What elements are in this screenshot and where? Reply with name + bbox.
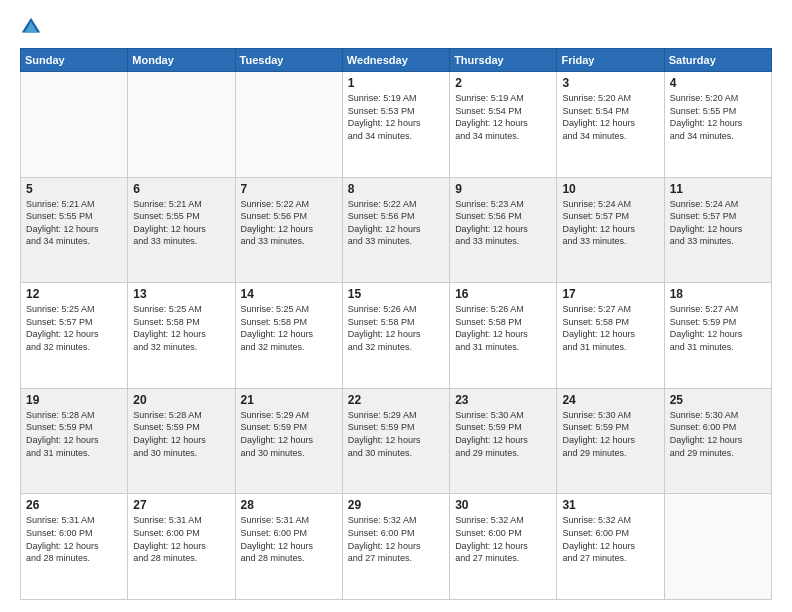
day-number: 26 [26, 498, 122, 512]
day-info: Sunrise: 5:27 AM Sunset: 5:58 PM Dayligh… [562, 303, 658, 353]
calendar-cell: 2Sunrise: 5:19 AM Sunset: 5:54 PM Daylig… [450, 72, 557, 178]
day-info: Sunrise: 5:26 AM Sunset: 5:58 PM Dayligh… [348, 303, 444, 353]
day-info: Sunrise: 5:28 AM Sunset: 5:59 PM Dayligh… [26, 409, 122, 459]
day-number: 31 [562, 498, 658, 512]
day-info: Sunrise: 5:31 AM Sunset: 6:00 PM Dayligh… [241, 514, 337, 564]
calendar-cell: 11Sunrise: 5:24 AM Sunset: 5:57 PM Dayli… [664, 177, 771, 283]
calendar-cell: 16Sunrise: 5:26 AM Sunset: 5:58 PM Dayli… [450, 283, 557, 389]
calendar-cell: 14Sunrise: 5:25 AM Sunset: 5:58 PM Dayli… [235, 283, 342, 389]
day-number: 29 [348, 498, 444, 512]
day-info: Sunrise: 5:25 AM Sunset: 5:58 PM Dayligh… [241, 303, 337, 353]
calendar-cell: 27Sunrise: 5:31 AM Sunset: 6:00 PM Dayli… [128, 494, 235, 600]
day-info: Sunrise: 5:21 AM Sunset: 5:55 PM Dayligh… [133, 198, 229, 248]
day-info: Sunrise: 5:26 AM Sunset: 5:58 PM Dayligh… [455, 303, 551, 353]
day-info: Sunrise: 5:19 AM Sunset: 5:53 PM Dayligh… [348, 92, 444, 142]
day-info: Sunrise: 5:27 AM Sunset: 5:59 PM Dayligh… [670, 303, 766, 353]
day-info: Sunrise: 5:24 AM Sunset: 5:57 PM Dayligh… [562, 198, 658, 248]
weekday-header-wednesday: Wednesday [342, 49, 449, 72]
day-info: Sunrise: 5:31 AM Sunset: 6:00 PM Dayligh… [133, 514, 229, 564]
day-number: 8 [348, 182, 444, 196]
day-info: Sunrise: 5:25 AM Sunset: 5:58 PM Dayligh… [133, 303, 229, 353]
calendar-cell: 26Sunrise: 5:31 AM Sunset: 6:00 PM Dayli… [21, 494, 128, 600]
calendar-cell: 31Sunrise: 5:32 AM Sunset: 6:00 PM Dayli… [557, 494, 664, 600]
day-info: Sunrise: 5:28 AM Sunset: 5:59 PM Dayligh… [133, 409, 229, 459]
day-number: 9 [455, 182, 551, 196]
weekday-header-tuesday: Tuesday [235, 49, 342, 72]
week-row-4: 19Sunrise: 5:28 AM Sunset: 5:59 PM Dayli… [21, 388, 772, 494]
calendar-cell: 19Sunrise: 5:28 AM Sunset: 5:59 PM Dayli… [21, 388, 128, 494]
day-number: 24 [562, 393, 658, 407]
day-number: 17 [562, 287, 658, 301]
calendar-cell: 17Sunrise: 5:27 AM Sunset: 5:58 PM Dayli… [557, 283, 664, 389]
calendar-cell [128, 72, 235, 178]
week-row-5: 26Sunrise: 5:31 AM Sunset: 6:00 PM Dayli… [21, 494, 772, 600]
day-info: Sunrise: 5:32 AM Sunset: 6:00 PM Dayligh… [348, 514, 444, 564]
calendar-cell: 10Sunrise: 5:24 AM Sunset: 5:57 PM Dayli… [557, 177, 664, 283]
day-info: Sunrise: 5:32 AM Sunset: 6:00 PM Dayligh… [562, 514, 658, 564]
day-info: Sunrise: 5:24 AM Sunset: 5:57 PM Dayligh… [670, 198, 766, 248]
calendar-cell: 23Sunrise: 5:30 AM Sunset: 5:59 PM Dayli… [450, 388, 557, 494]
weekday-header-thursday: Thursday [450, 49, 557, 72]
calendar-cell: 1Sunrise: 5:19 AM Sunset: 5:53 PM Daylig… [342, 72, 449, 178]
weekday-header-sunday: Sunday [21, 49, 128, 72]
day-number: 21 [241, 393, 337, 407]
day-info: Sunrise: 5:22 AM Sunset: 5:56 PM Dayligh… [241, 198, 337, 248]
calendar-cell [235, 72, 342, 178]
day-info: Sunrise: 5:32 AM Sunset: 6:00 PM Dayligh… [455, 514, 551, 564]
weekday-header-monday: Monday [128, 49, 235, 72]
calendar-cell: 3Sunrise: 5:20 AM Sunset: 5:54 PM Daylig… [557, 72, 664, 178]
day-number: 30 [455, 498, 551, 512]
day-info: Sunrise: 5:20 AM Sunset: 5:55 PM Dayligh… [670, 92, 766, 142]
day-number: 6 [133, 182, 229, 196]
day-info: Sunrise: 5:19 AM Sunset: 5:54 PM Dayligh… [455, 92, 551, 142]
calendar-cell: 24Sunrise: 5:30 AM Sunset: 5:59 PM Dayli… [557, 388, 664, 494]
day-info: Sunrise: 5:23 AM Sunset: 5:56 PM Dayligh… [455, 198, 551, 248]
day-number: 4 [670, 76, 766, 90]
day-number: 12 [26, 287, 122, 301]
day-number: 25 [670, 393, 766, 407]
day-info: Sunrise: 5:30 AM Sunset: 5:59 PM Dayligh… [455, 409, 551, 459]
week-row-1: 1Sunrise: 5:19 AM Sunset: 5:53 PM Daylig… [21, 72, 772, 178]
calendar-cell: 30Sunrise: 5:32 AM Sunset: 6:00 PM Dayli… [450, 494, 557, 600]
calendar-cell: 7Sunrise: 5:22 AM Sunset: 5:56 PM Daylig… [235, 177, 342, 283]
day-info: Sunrise: 5:30 AM Sunset: 6:00 PM Dayligh… [670, 409, 766, 459]
calendar-cell: 21Sunrise: 5:29 AM Sunset: 5:59 PM Dayli… [235, 388, 342, 494]
calendar-cell: 9Sunrise: 5:23 AM Sunset: 5:56 PM Daylig… [450, 177, 557, 283]
day-info: Sunrise: 5:25 AM Sunset: 5:57 PM Dayligh… [26, 303, 122, 353]
calendar-cell: 5Sunrise: 5:21 AM Sunset: 5:55 PM Daylig… [21, 177, 128, 283]
day-info: Sunrise: 5:22 AM Sunset: 5:56 PM Dayligh… [348, 198, 444, 248]
day-number: 22 [348, 393, 444, 407]
day-info: Sunrise: 5:21 AM Sunset: 5:55 PM Dayligh… [26, 198, 122, 248]
calendar-cell [21, 72, 128, 178]
header [20, 16, 772, 38]
calendar-cell [664, 494, 771, 600]
week-row-3: 12Sunrise: 5:25 AM Sunset: 5:57 PM Dayli… [21, 283, 772, 389]
day-info: Sunrise: 5:30 AM Sunset: 5:59 PM Dayligh… [562, 409, 658, 459]
day-number: 1 [348, 76, 444, 90]
day-info: Sunrise: 5:29 AM Sunset: 5:59 PM Dayligh… [241, 409, 337, 459]
calendar-cell: 12Sunrise: 5:25 AM Sunset: 5:57 PM Dayli… [21, 283, 128, 389]
calendar-cell: 29Sunrise: 5:32 AM Sunset: 6:00 PM Dayli… [342, 494, 449, 600]
day-number: 14 [241, 287, 337, 301]
day-number: 10 [562, 182, 658, 196]
day-number: 18 [670, 287, 766, 301]
calendar-cell: 8Sunrise: 5:22 AM Sunset: 5:56 PM Daylig… [342, 177, 449, 283]
day-info: Sunrise: 5:20 AM Sunset: 5:54 PM Dayligh… [562, 92, 658, 142]
day-number: 16 [455, 287, 551, 301]
logo [20, 16, 46, 38]
calendar-cell: 25Sunrise: 5:30 AM Sunset: 6:00 PM Dayli… [664, 388, 771, 494]
calendar-cell: 15Sunrise: 5:26 AM Sunset: 5:58 PM Dayli… [342, 283, 449, 389]
calendar-cell: 4Sunrise: 5:20 AM Sunset: 5:55 PM Daylig… [664, 72, 771, 178]
day-number: 5 [26, 182, 122, 196]
weekday-header-row: SundayMondayTuesdayWednesdayThursdayFrid… [21, 49, 772, 72]
day-number: 2 [455, 76, 551, 90]
calendar-cell: 28Sunrise: 5:31 AM Sunset: 6:00 PM Dayli… [235, 494, 342, 600]
day-number: 13 [133, 287, 229, 301]
week-row-2: 5Sunrise: 5:21 AM Sunset: 5:55 PM Daylig… [21, 177, 772, 283]
day-number: 28 [241, 498, 337, 512]
calendar-cell: 6Sunrise: 5:21 AM Sunset: 5:55 PM Daylig… [128, 177, 235, 283]
calendar-table: SundayMondayTuesdayWednesdayThursdayFrid… [20, 48, 772, 600]
weekday-header-friday: Friday [557, 49, 664, 72]
day-info: Sunrise: 5:31 AM Sunset: 6:00 PM Dayligh… [26, 514, 122, 564]
calendar-cell: 13Sunrise: 5:25 AM Sunset: 5:58 PM Dayli… [128, 283, 235, 389]
